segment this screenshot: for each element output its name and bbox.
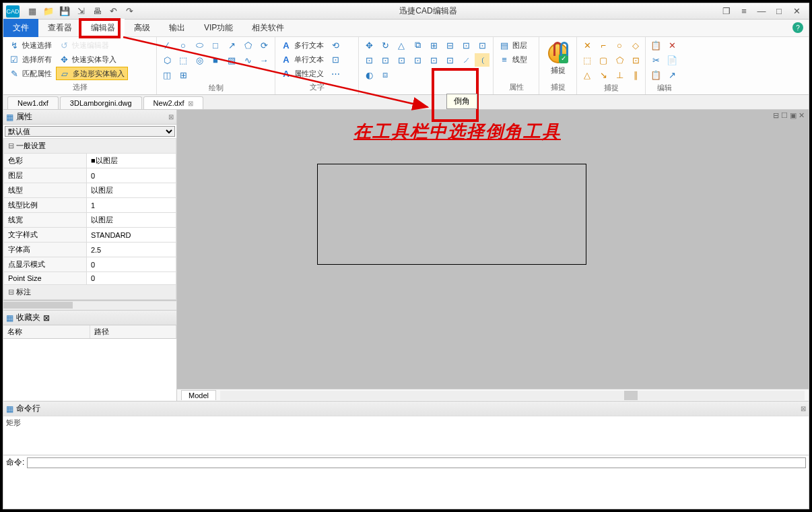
filetab-new1[interactable]: New1.dxf [7, 96, 59, 109]
menu-advanced[interactable]: 高级 [125, 19, 160, 37]
layer-button[interactable]: ▤图层 [496, 38, 530, 52]
qat-open-icon[interactable]: 📁 [41, 5, 56, 18]
snap-node-icon[interactable]: ◇ [628, 38, 643, 52]
explode-icon[interactable]: ⊡ [426, 53, 441, 67]
snap-ins-icon[interactable]: ⊡ [628, 53, 643, 67]
extend-icon[interactable]: ⊡ [378, 53, 393, 67]
reset-button[interactable]: ↺快速编辑器 [56, 38, 128, 52]
scale-icon[interactable]: ⊡ [459, 38, 473, 52]
menu-toggle-icon[interactable]: ≡ [737, 6, 751, 16]
ray-icon[interactable]: → [257, 53, 271, 67]
restore-icon[interactable]: □ [772, 6, 786, 16]
text-option3-icon[interactable]: ⋯ [328, 67, 343, 80]
qat-export-icon[interactable]: ⇲ [73, 5, 88, 18]
snap-ext-icon[interactable]: ⬠ [612, 53, 627, 67]
snap-center-icon[interactable]: ○ [612, 38, 627, 52]
table-icon[interactable]: ⊞ [176, 68, 191, 82]
qat-new-icon[interactable]: ▦ [25, 5, 40, 18]
trim-icon[interactable]: ⊡ [362, 53, 376, 67]
minimize-icon[interactable]: — [755, 6, 768, 16]
drawing-canvas[interactable]: ⊟ ☐ ▣ ✕ 在工具栏中选择倒角工具 [177, 110, 809, 389]
arrow-icon[interactable]: ↗ [224, 38, 239, 52]
snap-par-icon[interactable]: ∥ [628, 68, 643, 82]
snap-corner-icon[interactable]: ⌐ [596, 38, 611, 52]
close-icon[interactable]: ✕ [790, 6, 803, 16]
join-icon[interactable]: ⊡ [410, 53, 425, 67]
snap-button[interactable]: ✓ 捕捉 [542, 38, 574, 79]
text-button[interactable]: A单行文本 [278, 53, 327, 66]
hatch-icon[interactable]: ▨ [224, 53, 239, 67]
share-icon[interactable]: ↗ [665, 68, 679, 82]
filetab-lamborgini[interactable]: 3DLamborgini.dwg [60, 96, 142, 109]
align-icon[interactable]: ⊟ [442, 38, 457, 52]
prop-group-dim[interactable]: 标注 [4, 285, 176, 300]
cmd-input[interactable] [27, 457, 806, 468]
circle2-icon[interactable]: ◎ [192, 53, 207, 67]
hexagon-icon[interactable]: ⬡ [160, 53, 174, 67]
menu-viewer[interactable]: 查看器 [38, 19, 81, 37]
cut-icon[interactable]: ✂ [648, 53, 663, 67]
prop-pointsize-value[interactable]: 0 [86, 272, 176, 285]
qat-redo-icon[interactable]: ↷ [122, 5, 137, 18]
fillet-icon[interactable]: ⟋ [459, 53, 473, 67]
offset-icon[interactable]: ⊡ [442, 53, 457, 67]
qat-undo-icon[interactable]: ↶ [106, 5, 121, 18]
close-tab-icon[interactable]: ⊠ [188, 100, 193, 107]
text-option2-icon[interactable]: ⊡ [328, 53, 343, 66]
snap-tan-icon[interactable]: ↘ [596, 68, 611, 82]
linetype-button[interactable]: ≡线型 [496, 53, 530, 66]
canvas-window-controls[interactable]: ⊟ ☐ ▣ ✕ [773, 111, 805, 120]
move-icon[interactable]: ✥ [362, 38, 376, 52]
polygon-entity-input-button[interactable]: ▱多边形实体输入 [56, 67, 128, 80]
chamfer-icon[interactable]: ⟮ [475, 53, 489, 67]
prop-ltscale-value[interactable]: 1 [86, 198, 176, 213]
menu-output[interactable]: 输出 [160, 19, 195, 37]
prop-linetype-value[interactable]: 以图层 [86, 183, 176, 198]
copy-icon[interactable]: ⧉ [410, 38, 425, 52]
prop-textheight-value[interactable]: 2.5 [86, 243, 176, 257]
properties-default-dropdown[interactable]: 默认值 [5, 126, 175, 137]
prop-hscroll[interactable] [3, 300, 176, 310]
qat-save-icon[interactable]: 💾 [57, 5, 72, 18]
ellipse-icon[interactable]: ⬭ [192, 38, 207, 52]
snap-endpoint-icon[interactable]: ✕ [580, 38, 595, 52]
circle-icon[interactable]: ○ [176, 38, 191, 52]
prop-lineweight-value[interactable]: 以图层 [86, 213, 176, 228]
block-icon[interactable]: ◫ [160, 68, 174, 82]
quick-entity-import-button[interactable]: ✥快速实体导入 [56, 53, 128, 66]
fav-col-name[interactable]: 名称 [3, 325, 90, 338]
snap-int-icon[interactable]: ▢ [596, 53, 611, 67]
dashed-rect-icon[interactable]: ⬚ [176, 53, 191, 67]
canvas-hscroll[interactable] [220, 391, 805, 400]
text-option1-icon[interactable]: ⟲ [328, 38, 343, 52]
quick-select-button[interactable]: ↯快速选择 [6, 38, 55, 52]
fav-col-path[interactable]: 路径 [90, 325, 177, 338]
qat-print-icon[interactable]: 🖶 [90, 5, 104, 18]
rect-icon[interactable]: □ [208, 38, 223, 52]
prop-color-value[interactable]: ■以图层 [86, 154, 176, 168]
select-all-button[interactable]: ☑选择所有 [6, 53, 55, 66]
break-icon[interactable]: ⊡ [394, 53, 409, 67]
stretch-icon[interactable]: ⊡ [475, 38, 489, 52]
fill-rect-icon[interactable]: ■ [208, 53, 223, 67]
pin-icon[interactable]: ⊠ [168, 113, 174, 121]
modify17-icon[interactable]: ◐ [362, 68, 376, 82]
menu-vip[interactable]: VIP功能 [195, 19, 242, 37]
menu-file[interactable]: 文件 [3, 19, 38, 37]
prop-group-general[interactable]: 一般设置 [4, 139, 176, 154]
clipboard-icon[interactable]: 📋 [648, 68, 663, 82]
model-tab[interactable]: Model [181, 390, 216, 400]
snap-perp-icon[interactable]: △ [580, 68, 595, 82]
prop-layer-value[interactable]: 0 [86, 168, 176, 183]
panel-toggle-icon[interactable]: ❐ [720, 6, 733, 16]
filetab-new2[interactable]: New2.dxf⊠ [143, 96, 204, 109]
line-icon[interactable]: ∕ [160, 38, 174, 52]
delete-icon[interactable]: ✕ [665, 38, 679, 52]
revolve-icon[interactable]: ⟳ [257, 38, 271, 52]
prop-textstyle-value[interactable]: STANDARD [86, 228, 176, 243]
paste-icon[interactable]: 📋 [648, 38, 663, 52]
fav-pin-icon[interactable]: ⊠ [43, 313, 50, 323]
modify18-icon[interactable]: ⧈ [378, 68, 393, 82]
pentagon-icon[interactable]: ⬠ [240, 38, 255, 52]
mtext-button[interactable]: A多行文本 [278, 38, 327, 52]
